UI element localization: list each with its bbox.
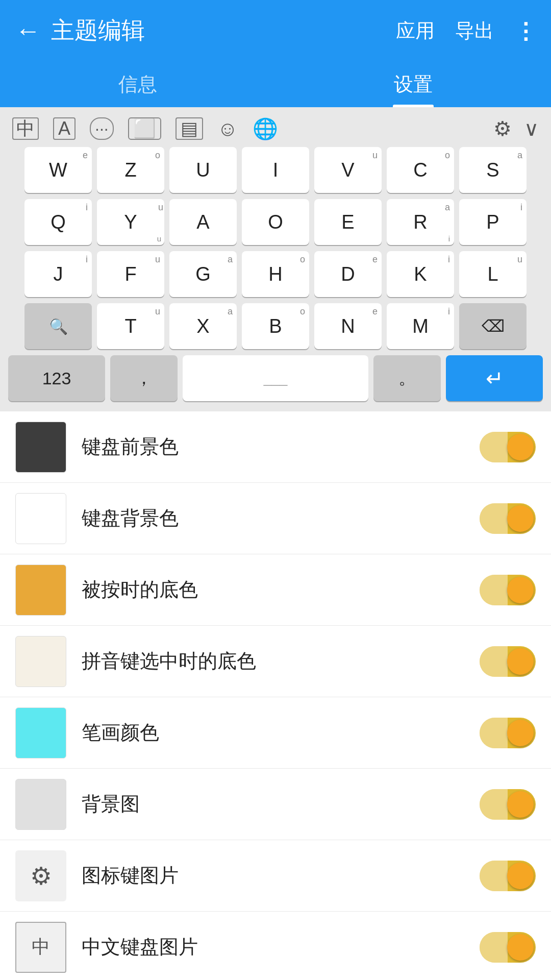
toggle-keyboard-bg-color[interactable] — [480, 503, 536, 534]
swatch-keyboard-bg-color[interactable] — [15, 493, 66, 544]
swatch-pinyin-color[interactable] — [15, 636, 66, 687]
key-K[interactable]: Ki — [387, 251, 454, 297]
key-row-1: We Zo U I Vu Co Sa — [8, 147, 543, 193]
key-I[interactable]: I — [242, 147, 309, 193]
label-keyboard-bg-color: 键盘背景色 — [82, 505, 464, 531]
key-N[interactable]: Ne — [314, 303, 382, 349]
key-J[interactable]: Ji — [24, 251, 92, 297]
collapse-icon[interactable]: ∨ — [524, 118, 539, 139]
top-bar-right: 应用 导出 ⋮ — [396, 18, 536, 44]
key-E[interactable]: E — [314, 199, 382, 245]
key-space[interactable]: ___ — [183, 355, 368, 401]
tab-settings[interactable]: 设置 — [276, 61, 551, 107]
key-C[interactable]: Co — [387, 147, 454, 193]
calendar-input-icon[interactable]: ▤ — [176, 117, 203, 140]
key-T[interactable]: Tu — [97, 303, 164, 349]
keyboard-preview: 中 A ··· ⬜ ▤ ☺ 🌐 ⚙ ∨ We Zo U I Vu Co Sa Q… — [0, 107, 551, 411]
key-X[interactable]: Xa — [169, 303, 237, 349]
key-row-4: 🔍 Tu Xa Bo Ne Mi ⌫ — [8, 303, 543, 349]
key-Q[interactable]: Qi — [24, 199, 92, 245]
tab-bar: 信息 设置 — [0, 61, 551, 107]
keyboard-rows: We Zo U I Vu Co Sa Qi Yuu A O E Rai Pi J… — [8, 147, 543, 401]
toolbar-right: ⚙ ∨ — [493, 118, 539, 139]
top-bar: ← 主题编辑 应用 导出 ⋮ — [0, 0, 551, 61]
settings-item-stroke-color: 笔画颜色 — [0, 697, 551, 769]
label-pressed-color: 被按时的底色 — [82, 577, 464, 603]
top-bar-left: ← 主题编辑 — [15, 15, 145, 46]
settings-item-pressed-color: 被按时的底色 — [0, 554, 551, 626]
toggle-pressed-color[interactable] — [480, 575, 536, 605]
back-button[interactable]: ← — [15, 18, 41, 43]
settings-item-keyboard-fg-color: 键盘前景色 — [0, 411, 551, 483]
key-P[interactable]: Pi — [459, 199, 527, 245]
key-L[interactable]: Lu — [459, 251, 527, 297]
emoji-input-icon[interactable]: ☺ — [217, 118, 238, 139]
key-U[interactable]: U — [169, 147, 237, 193]
more-input-icon[interactable]: ··· — [90, 117, 114, 140]
toggle-bg-image[interactable] — [480, 789, 536, 820]
settings-item-chinese-key-image: 中 中文键盘图片 — [0, 912, 551, 980]
key-M[interactable]: Mi — [387, 303, 454, 349]
settings-item-pinyin-color: 拼音键选中时的底色 — [0, 626, 551, 697]
settings-list: 键盘前景色 键盘背景色 被按时的底色 拼音键选中时的底色 笔画颜色 — [0, 411, 551, 980]
more-button[interactable]: ⋮ — [514, 18, 536, 44]
settings-item-icon-key-image: ⚙ 图标键图片 — [0, 840, 551, 912]
key-G[interactable]: Ga — [169, 251, 237, 297]
label-icon-key-image: 图标键图片 — [82, 863, 464, 889]
text-input-icon[interactable]: A — [53, 117, 76, 140]
key-O[interactable]: O — [242, 199, 309, 245]
icon-swatch-chinese-key[interactable]: 中 — [15, 922, 66, 973]
key-H[interactable]: Ho — [242, 251, 309, 297]
key-return[interactable]: ↵ — [446, 355, 543, 401]
key-period[interactable]: 。 — [373, 355, 441, 401]
toggle-chinese-key-image[interactable] — [480, 932, 536, 963]
toggle-pinyin-color[interactable] — [480, 646, 536, 677]
key-B[interactable]: Bo — [242, 303, 309, 349]
keyboard-toolbar: 中 A ··· ⬜ ▤ ☺ 🌐 ⚙ ∨ — [8, 117, 543, 147]
key-row-3: Ji Fu Ga Ho De Ki Lu — [8, 251, 543, 297]
settings-icon[interactable]: ⚙ — [493, 118, 512, 139]
label-keyboard-fg-color: 键盘前景色 — [82, 434, 464, 460]
globe-input-icon[interactable]: 🌐 — [253, 118, 278, 139]
chinese-input-icon[interactable]: 中 — [12, 117, 39, 140]
key-Z[interactable]: Zo — [97, 147, 164, 193]
label-chinese-key-image: 中文键盘图片 — [82, 934, 464, 960]
label-pinyin-color: 拼音键选中时的底色 — [82, 648, 464, 674]
label-bg-image: 背景图 — [82, 791, 464, 817]
settings-item-bg-image: 背景图 — [0, 769, 551, 840]
toolbar-icons: 中 A ··· ⬜ ▤ ☺ 🌐 — [12, 117, 278, 140]
icon-swatch-icon-key[interactable]: ⚙ — [15, 850, 66, 901]
key-comma[interactable]: ， — [110, 355, 178, 401]
toggle-keyboard-fg-color[interactable] — [480, 432, 536, 462]
key-W[interactable]: We — [24, 147, 92, 193]
key-row-2: Qi Yuu A O E Rai Pi — [8, 199, 543, 245]
page-title: 主题编辑 — [51, 15, 145, 46]
swatch-pressed-color[interactable] — [15, 565, 66, 616]
key-A[interactable]: A — [169, 199, 237, 245]
key-D[interactable]: De — [314, 251, 382, 297]
toggle-stroke-color[interactable] — [480, 718, 536, 748]
key-row-bottom: 123 ， ___ 。 ↵ — [8, 355, 543, 401]
export-button[interactable]: 导出 — [455, 18, 494, 44]
key-F[interactable]: Fu — [97, 251, 164, 297]
tab-info[interactable]: 信息 — [0, 61, 276, 107]
key-123[interactable]: 123 — [8, 355, 105, 401]
label-stroke-color: 笔画颜色 — [82, 720, 464, 746]
settings-item-keyboard-bg-color: 键盘背景色 — [0, 483, 551, 554]
toggle-icon-key-image[interactable] — [480, 861, 536, 891]
key-V[interactable]: Vu — [314, 147, 382, 193]
swatch-stroke-color[interactable] — [15, 707, 66, 758]
key-R[interactable]: Rai — [387, 199, 454, 245]
chat-input-icon[interactable]: ⬜ — [128, 117, 161, 140]
key-S[interactable]: Sa — [459, 147, 527, 193]
key-search[interactable]: 🔍 — [24, 303, 92, 349]
key-backspace[interactable]: ⌫ — [459, 303, 527, 349]
apply-button[interactable]: 应用 — [396, 18, 435, 44]
swatch-bg-image[interactable] — [15, 779, 66, 830]
swatch-keyboard-fg-color[interactable] — [15, 422, 66, 473]
key-Y[interactable]: Yuu — [97, 199, 164, 245]
